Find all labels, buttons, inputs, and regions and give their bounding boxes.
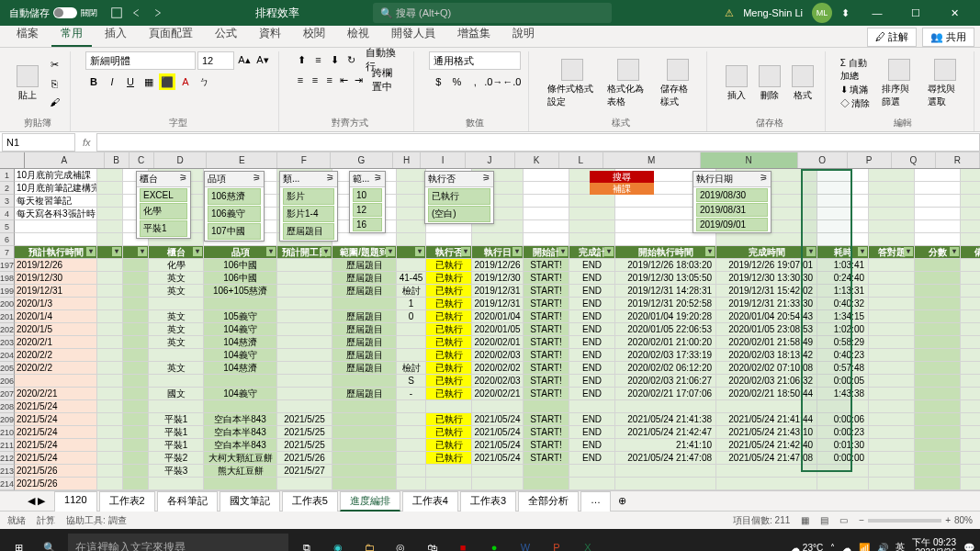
row-header[interactable]: 199 bbox=[0, 285, 15, 298]
col-header[interactable]: A bbox=[25, 152, 105, 168]
slicer-item[interactable]: 2019/08/31 bbox=[696, 203, 768, 217]
filter-icon[interactable]: ⚞ bbox=[253, 173, 261, 186]
row-header[interactable]: 197 bbox=[0, 259, 15, 272]
percent-icon[interactable]: % bbox=[448, 73, 465, 90]
filter-icon[interactable]: ⚞ bbox=[760, 173, 768, 186]
line-icon[interactable]: ● bbox=[481, 534, 507, 551]
slicer-item[interactable]: 歷屆題目 bbox=[283, 223, 334, 240]
cut-icon[interactable]: ✂ bbox=[46, 57, 62, 73]
table-header[interactable]: 櫃台 bbox=[149, 246, 204, 259]
start-button[interactable]: ⊞ bbox=[6, 534, 31, 551]
slicer-item[interactable]: 2019/09/01 bbox=[696, 218, 768, 231]
zoom-in-icon[interactable]: + bbox=[945, 515, 951, 525]
tab-data[interactable]: 資料 bbox=[250, 22, 290, 47]
autosum-button[interactable]: Σ 自動加總 bbox=[840, 57, 874, 83]
zoom-control[interactable]: − + 80% bbox=[859, 515, 973, 525]
col-header[interactable]: E bbox=[207, 152, 277, 168]
view-break-icon[interactable]: ▭ bbox=[839, 515, 848, 525]
row-header[interactable]: 214 bbox=[0, 478, 15, 490]
slicer-item[interactable]: 2019/08/30 bbox=[696, 188, 768, 202]
col-header[interactable]: R bbox=[936, 152, 980, 168]
comments-button[interactable]: 🖊 註解 bbox=[867, 28, 917, 47]
sheet-tab[interactable]: 工作表2 bbox=[99, 491, 155, 512]
tray-chevron-icon[interactable]: ˄ bbox=[830, 543, 835, 552]
col-header[interactable]: I bbox=[421, 152, 465, 168]
explorer-icon[interactable]: 🗀 bbox=[356, 534, 382, 551]
view-layout-icon[interactable]: ▤ bbox=[820, 515, 828, 525]
row-header[interactable]: 204 bbox=[0, 349, 15, 362]
warning-icon[interactable]: ⚠ bbox=[725, 7, 734, 19]
ribbon-display-icon[interactable]: ⬍ bbox=[841, 7, 850, 19]
row-header[interactable]: 198 bbox=[0, 272, 15, 285]
tab-addins[interactable]: 增益集 bbox=[448, 22, 500, 47]
tab-insert[interactable]: 插入 bbox=[96, 22, 136, 47]
col-header[interactable]: J bbox=[466, 152, 515, 168]
store-icon[interactable]: 🛍 bbox=[419, 534, 445, 551]
sheet-tab[interactable]: 國文筆記 bbox=[220, 491, 280, 512]
zoom-value[interactable]: 80% bbox=[954, 515, 973, 525]
tab-file[interactable]: 檔案 bbox=[7, 22, 48, 47]
sheet-tab[interactable]: 全部分析 bbox=[518, 491, 579, 512]
col-header[interactable]: B bbox=[105, 152, 130, 168]
close-button[interactable]: ✕ bbox=[936, 0, 973, 26]
row-header[interactable]: 200 bbox=[0, 298, 15, 310]
table-header[interactable]: 完成計 bbox=[569, 246, 615, 259]
col-header[interactable]: G bbox=[331, 152, 392, 168]
slicer-range[interactable]: 範...⚞ 10 12 16 bbox=[349, 171, 386, 233]
word-icon[interactable]: W bbox=[513, 534, 538, 551]
slicer-item[interactable]: 16 bbox=[353, 218, 382, 231]
makeup-button[interactable]: 補課 bbox=[590, 183, 654, 195]
table-header[interactable]: 備註 bbox=[961, 246, 980, 259]
row-header[interactable]: 2 bbox=[0, 182, 15, 195]
col-header[interactable]: M bbox=[603, 152, 701, 168]
formula-input[interactable] bbox=[96, 133, 980, 152]
table-header[interactable]: 預計執行時間 bbox=[15, 246, 97, 259]
table-row[interactable]: 2021/5/26 bbox=[15, 478, 980, 490]
insert-cells-button[interactable]: 插入 bbox=[722, 63, 751, 104]
app-icon[interactable]: ■ bbox=[450, 534, 476, 551]
chrome-icon[interactable]: ◎ bbox=[388, 534, 413, 551]
table-header[interactable]: 範圍/題題到 bbox=[332, 246, 397, 259]
cell-styles-button[interactable]: 儲存格樣式 bbox=[657, 57, 699, 110]
zoom-out-icon[interactable]: − bbox=[859, 515, 864, 525]
fill-button[interactable]: ⬇ 填滿 bbox=[840, 84, 874, 96]
col-header[interactable]: O bbox=[798, 152, 848, 168]
volume-icon[interactable]: 🔊 bbox=[877, 543, 888, 552]
italic-button[interactable]: I bbox=[104, 73, 120, 90]
slicer-item-type[interactable]: 品項⚞ 106慈濟 106義守 107中國 bbox=[204, 171, 265, 242]
filter-icon[interactable]: ⚞ bbox=[326, 173, 334, 186]
sheet-tab[interactable]: 各科筆記 bbox=[157, 491, 218, 512]
wifi-icon[interactable]: 📶 bbox=[859, 543, 870, 552]
tab-review[interactable]: 校閱 bbox=[294, 22, 334, 47]
row-header[interactable]: 213 bbox=[0, 465, 15, 478]
col-header[interactable]: C bbox=[130, 152, 154, 168]
tab-help[interactable]: 說明 bbox=[503, 22, 544, 47]
row-header[interactable]: 203 bbox=[0, 336, 15, 349]
row-header[interactable]: 3 bbox=[0, 195, 15, 208]
name-box[interactable]: N1 bbox=[2, 133, 75, 152]
autosave-toggle[interactable]: 自動儲存 關閉 bbox=[4, 6, 103, 20]
row-header[interactable]: 1 bbox=[0, 169, 15, 182]
row-header[interactable]: 212 bbox=[0, 452, 15, 465]
table-header[interactable] bbox=[97, 246, 123, 259]
row-header[interactable]: 207 bbox=[0, 388, 15, 400]
col-header[interactable]: Q bbox=[892, 152, 936, 168]
row-header[interactable]: 209 bbox=[0, 413, 15, 426]
table-header[interactable]: 品項 bbox=[204, 246, 277, 259]
size-combo[interactable] bbox=[197, 51, 234, 70]
table-header[interactable]: 執行否 bbox=[426, 246, 472, 259]
clear-button[interactable]: ◇ 清除 bbox=[840, 97, 874, 110]
tab-home[interactable]: 常用 bbox=[51, 22, 92, 47]
sheet-nav-prev-icon[interactable]: ◀ ▶ bbox=[28, 495, 45, 507]
maximize-button[interactable]: ☐ bbox=[897, 0, 934, 26]
align-right-icon[interactable]: ≡ bbox=[323, 72, 336, 88]
conditional-format-button[interactable]: 條件式格式設定 bbox=[544, 57, 600, 110]
redo-icon[interactable] bbox=[151, 6, 163, 19]
indent-inc-icon[interactable]: ⇥ bbox=[353, 72, 366, 88]
taskbar-search[interactable]: 在這裡輸入文字來搜尋 bbox=[68, 534, 288, 551]
sheet-tab[interactable]: 工作表4 bbox=[402, 491, 458, 512]
table-header[interactable]: 執行日 bbox=[472, 246, 524, 259]
select-all-corner[interactable] bbox=[0, 152, 25, 168]
align-bot-icon[interactable]: ⬇ bbox=[328, 51, 343, 68]
table-header[interactable]: 開始執行時間 bbox=[615, 246, 716, 259]
